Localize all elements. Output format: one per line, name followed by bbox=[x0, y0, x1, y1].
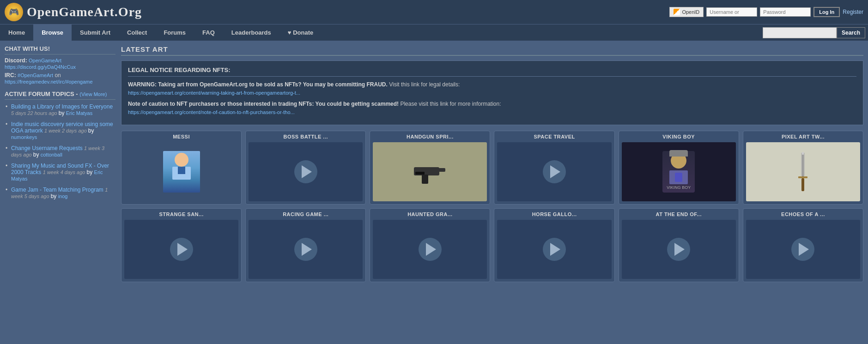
nav-home[interactable]: Home bbox=[0, 24, 33, 41]
art-card-img-10 bbox=[622, 220, 736, 279]
play-icon-7 bbox=[294, 238, 317, 261]
art-card-title-0: Messi bbox=[124, 134, 238, 139]
nft-warning-bold: WARNING: Taking art from OpenGameArt.org… bbox=[128, 81, 388, 88]
art-card-10[interactable]: At the End of... bbox=[619, 208, 739, 282]
art-card-title-10: At the End of... bbox=[622, 211, 736, 217]
art-card-title-1: Boss Battle ... bbox=[249, 134, 363, 139]
art-card-img-0 bbox=[124, 142, 238, 201]
nav-browse[interactable]: Browse bbox=[33, 24, 72, 41]
art-card-title-9: Horse Gallo... bbox=[497, 211, 611, 217]
forum-link-2[interactable]: Change Username Requests bbox=[11, 145, 83, 151]
forum-item-2: Change Username Requests 1 week 3 days a… bbox=[5, 145, 115, 158]
art-card-img-4: VIKING BOY bbox=[622, 142, 736, 201]
forum-by-1: by bbox=[88, 127, 94, 134]
art-card-5[interactable]: Pixel Art Tw... bbox=[743, 131, 863, 205]
logo-icon: 🎮 bbox=[5, 3, 23, 21]
search-button[interactable]: Search bbox=[837, 27, 865, 38]
play-icon-3 bbox=[543, 160, 566, 183]
view-more-link[interactable]: (View More) bbox=[79, 91, 107, 97]
forum-link-4[interactable]: Game Jam - Team Matching Program bbox=[11, 187, 103, 193]
openid-button[interactable]: OpenID bbox=[669, 7, 704, 17]
forum-author-4[interactable]: inog bbox=[58, 193, 68, 199]
discord-link[interactable]: OpenGameArt bbox=[29, 58, 61, 63]
nav-collect[interactable]: Collect bbox=[119, 24, 155, 41]
forum-link-0[interactable]: Building a Library of Images for Everyon… bbox=[11, 103, 113, 110]
site-title: OpenGameArt.Org bbox=[27, 5, 142, 19]
art-card-0[interactable]: Messi bbox=[121, 131, 242, 205]
sidebar: Chat with us! Discord: OpenGameArt https… bbox=[5, 45, 115, 282]
logo-area: 🎮 OpenGameArt.Org bbox=[5, 3, 142, 21]
art-card-title-11: Echoes of a ... bbox=[746, 211, 860, 217]
nav-submit[interactable]: Submit Art bbox=[72, 24, 119, 41]
forum-time-1: 1 week 2 days ago bbox=[44, 128, 88, 133]
nft-warning-link[interactable]: https://opengameart.org/content/warning-… bbox=[128, 90, 300, 96]
play-icon-1 bbox=[294, 160, 317, 183]
art-card-3[interactable]: Space Travel bbox=[494, 131, 614, 205]
svg-rect-1 bbox=[437, 168, 445, 172]
login-button[interactable]: Log In bbox=[813, 7, 840, 17]
irc-link[interactable]: #OpenGameArt bbox=[18, 72, 53, 78]
nft-notice-title: Legal notice regarding NFTs: bbox=[128, 66, 856, 77]
chat-title: Chat with us! bbox=[5, 45, 115, 54]
art-card-img-5 bbox=[746, 142, 860, 201]
irc-label: IRC: bbox=[5, 72, 16, 78]
openid-icon bbox=[674, 9, 680, 15]
art-card-4[interactable]: Viking Boy VIKING BOY bbox=[619, 131, 739, 205]
art-card-6[interactable]: Strange San... bbox=[121, 208, 242, 282]
play-icon-6 bbox=[170, 238, 193, 261]
main: Chat with us! Discord: OpenGameArt https… bbox=[0, 41, 868, 287]
forum-item-1: Indie music discovery service using some… bbox=[5, 121, 115, 140]
art-card-7[interactable]: Racing Game ... bbox=[245, 208, 366, 282]
forum-author-2[interactable]: cottonball bbox=[41, 152, 62, 157]
discord-row: Discord: OpenGameArt https://discord.gg/… bbox=[5, 57, 115, 70]
art-card-img-3 bbox=[497, 142, 611, 201]
art-card-title-6: Strange San... bbox=[124, 211, 238, 217]
svg-rect-5 bbox=[801, 153, 805, 176]
art-card-title-5: Pixel Art Tw... bbox=[746, 134, 860, 139]
nft-notice: Legal notice regarding NFTs: WARNING: Ta… bbox=[121, 60, 863, 125]
forum-author-0[interactable]: Eric Matyas bbox=[66, 110, 92, 116]
svg-rect-6 bbox=[798, 176, 807, 178]
art-card-img-2 bbox=[373, 142, 487, 201]
irc-url[interactable]: https://freegamedev.net/irc/#opengame bbox=[5, 79, 93, 84]
forum-by-4: by bbox=[51, 193, 57, 199]
svg-rect-7 bbox=[801, 178, 804, 191]
search-area: Search bbox=[763, 27, 868, 38]
openid-label: OpenID bbox=[682, 9, 699, 15]
nav-leaderboards[interactable]: Leaderboards bbox=[223, 24, 279, 41]
register-link[interactable]: Register bbox=[843, 9, 863, 15]
play-icon-10 bbox=[667, 238, 690, 261]
art-card-11[interactable]: Echoes of a ... bbox=[743, 208, 863, 282]
username-input[interactable] bbox=[706, 7, 757, 17]
nav-donate[interactable]: ♥ Donate bbox=[279, 24, 322, 41]
forum-time-3: 1 week 4 days ago bbox=[43, 169, 87, 175]
svg-rect-8 bbox=[802, 152, 804, 155]
nft-warning-text: Visit this link for legal details: bbox=[389, 81, 460, 88]
nft-caution-text: Please visit this link for more informat… bbox=[400, 101, 501, 107]
art-grid: Messi Boss Battle ... bbox=[121, 131, 863, 282]
art-card-img-8 bbox=[373, 220, 487, 279]
nav-forums[interactable]: Forums bbox=[155, 24, 194, 41]
svg-rect-2 bbox=[422, 175, 428, 184]
forum-by-0: by bbox=[59, 110, 65, 116]
art-card-img-7 bbox=[249, 220, 363, 279]
art-card-9[interactable]: Horse Gallo... bbox=[494, 208, 614, 282]
header-right: OpenID Log In Register bbox=[669, 7, 863, 17]
nft-caution: Note of caution to NFT purchasers or tho… bbox=[128, 100, 856, 116]
header: 🎮 OpenGameArt.Org OpenID Log In Register bbox=[0, 0, 868, 24]
art-card-title-2: Handgun Spri... bbox=[373, 134, 487, 139]
forum-section: Active Forum Topics - (View More) Buildi… bbox=[5, 91, 115, 199]
search-input[interactable] bbox=[763, 27, 837, 38]
forum-time-0: 5 days 22 hours ago bbox=[11, 110, 59, 116]
discord-url[interactable]: https://discord.gg/yDaQ4NcCux bbox=[5, 64, 76, 70]
password-input[interactable] bbox=[760, 7, 811, 17]
art-card-img-11 bbox=[746, 220, 860, 279]
art-card-8[interactable]: Haunted Gra... bbox=[370, 208, 490, 282]
forum-author-1[interactable]: numonkeys bbox=[11, 134, 37, 140]
nft-warning: WARNING: Taking art from OpenGameArt.org… bbox=[128, 80, 856, 97]
nav-faq[interactable]: FAQ bbox=[194, 24, 223, 41]
art-card-1[interactable]: Boss Battle ... bbox=[245, 131, 366, 205]
nft-caution-link[interactable]: https://opengameart.org/content/note-of-… bbox=[128, 109, 295, 115]
play-icon-9 bbox=[543, 238, 566, 261]
art-card-2[interactable]: Handgun Spri... bbox=[370, 131, 490, 205]
